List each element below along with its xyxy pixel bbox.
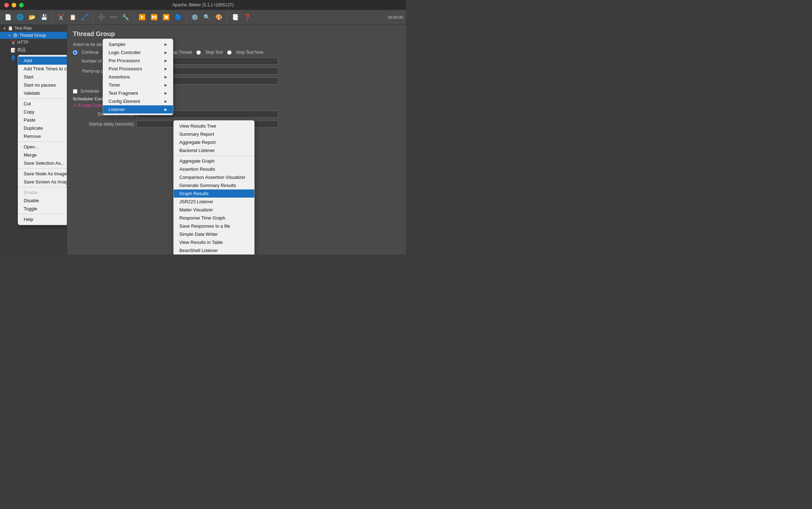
ctx-duplicate[interactable]: Duplicate ⇧⌘C: [18, 124, 67, 132]
ctx-enable: Enable: [18, 188, 67, 197]
ctx-aggregate-report[interactable]: Aggregate Report: [174, 138, 254, 146]
ctx-simple-data-writer[interactable]: Simple Data Writer: [174, 230, 254, 238]
tree-item-threadgroup[interactable]: ▼ ⚙️ Thread Group: [0, 32, 67, 39]
ctx-timer[interactable]: Timer ▶: [103, 81, 173, 89]
ctx-remove[interactable]: Remove ⌫: [18, 132, 67, 140]
ctx-start-label: Start: [24, 74, 33, 80]
ctx-save-screen-image[interactable]: Save Screen As Image ⇧⌘G: [18, 178, 67, 186]
ctx-cut[interactable]: Cut ⌘X: [18, 100, 67, 108]
ctx-graph-results[interactable]: Graph Results: [174, 189, 254, 198]
ctx-test-fragment[interactable]: Test Fragment ▶: [103, 89, 173, 97]
ctx-post-processors[interactable]: Post Processors ▶: [103, 65, 173, 73]
ctx-assertions[interactable]: Assertions ▶: [103, 73, 173, 81]
help-icon[interactable]: ❓: [242, 12, 253, 23]
ctx-response-time-graph[interactable]: Response Time Graph: [174, 214, 254, 222]
ctx-sep-2: [18, 141, 67, 142]
tree-item-testplan[interactable]: ▼ 📋 Test Plan: [0, 25, 67, 32]
ctx-disable[interactable]: Disable: [18, 197, 67, 205]
ctx-copy[interactable]: Copy ⌘C: [18, 108, 67, 116]
ctx-sampler[interactable]: Sampler ▶: [103, 40, 173, 48]
ctx-listener[interactable]: Listener ▶: [103, 105, 173, 113]
ctx-simple-data-writer-label: Simple Data Writer: [179, 232, 218, 237]
ctx-paste-label: Paste: [24, 117, 35, 123]
ctx-open[interactable]: Open...: [18, 143, 67, 151]
ctx-toggle-label: Toggle: [24, 206, 37, 211]
context-menu-1: Add ▶ Add Think Times to children Start …: [18, 55, 67, 225]
radio-stop-test-now[interactable]: [227, 50, 232, 55]
ctx-backend-listener-label: Backend Listener: [179, 148, 215, 153]
ctx-help[interactable]: Help: [18, 215, 67, 223]
maximize-button[interactable]: [19, 3, 24, 7]
toolbar-sep-1: [52, 12, 53, 23]
scheduler-checkbox[interactable]: [73, 89, 77, 94]
context-menu-2: Sampler ▶ Logic Controller ▶ Pre Process…: [103, 39, 173, 115]
paint-icon[interactable]: 🎨: [214, 12, 224, 23]
ctx-save-responses[interactable]: Save Responses to a file: [174, 222, 254, 230]
ctx-cut-label: Cut: [24, 101, 31, 106]
window-controls[interactable]: [4, 3, 24, 7]
settings-icon[interactable]: 🔧: [120, 12, 131, 23]
page-title: Thread Group: [73, 30, 400, 38]
ctx-beanshell-listener[interactable]: BeanShell Listener: [174, 246, 254, 255]
ctx-aggregate-graph[interactable]: Aggregate Graph: [174, 157, 254, 165]
paste-icon[interactable]: 🖊️: [80, 12, 90, 23]
ctx-sampler-label: Sampler: [109, 42, 126, 47]
ctx-view-results-table-label: View Results in Table: [179, 240, 223, 245]
ctx-validate[interactable]: Validate: [18, 89, 67, 97]
ctx-assertion-results[interactable]: Assertion Results: [174, 165, 254, 173]
ctx-pre-processors-arrow: ▶: [164, 59, 167, 63]
search-icon[interactable]: 🔍: [202, 12, 212, 23]
ctx-toggle[interactable]: Toggle ⌘T: [18, 205, 67, 213]
run-no-pause-icon[interactable]: ⏯️: [149, 12, 160, 23]
http-label: HTTP: [17, 40, 28, 45]
ctx-validate-label: Validate: [24, 90, 40, 96]
save-icon[interactable]: 💾: [39, 12, 50, 23]
ctx-save-selection[interactable]: Save Selection As...: [18, 159, 67, 167]
open-icon[interactable]: 📂: [27, 12, 37, 23]
new-icon[interactable]: 📄: [3, 12, 13, 23]
template-icon[interactable]: 🌐: [15, 12, 25, 23]
radio-stop-test[interactable]: [196, 50, 201, 55]
remove-icon[interactable]: ➖: [108, 12, 119, 23]
ctx-config-element[interactable]: Config Element ▶: [103, 97, 173, 105]
ctx-save-node-image[interactable]: Save Node As Image ⌘G: [18, 170, 67, 178]
ctx-generate-summary[interactable]: Generate Summary Results: [174, 181, 254, 189]
ctx-add[interactable]: Add ▶: [18, 57, 67, 65]
testplan-icon: 📋: [8, 26, 13, 31]
ctx-mailer-visualizer[interactable]: Mailer Visualizer: [174, 206, 254, 214]
ctx-start[interactable]: Start: [18, 73, 67, 81]
ctx-merge-label: Merge: [24, 152, 37, 158]
ctx-jsr223-listener-label: JSR223 Listener: [179, 199, 213, 204]
ctx-start-no-pauses[interactable]: Start no pauses: [18, 81, 67, 89]
ctx-summary-report[interactable]: Summary Report: [174, 130, 254, 138]
tools-icon[interactable]: ⚙️: [190, 12, 200, 23]
context-menu-3: View Results Tree Summary Report Aggrega…: [173, 120, 255, 255]
cut-icon[interactable]: ✂️: [56, 12, 66, 23]
ctx-graph-results-label: Graph Results: [179, 191, 209, 196]
ctx-think-times[interactable]: Add Think Times to children: [18, 65, 67, 73]
ctx-jsr223-listener[interactable]: JSR223 Listener: [174, 198, 254, 206]
ctx-logic-controller[interactable]: Logic Controller ▶: [103, 48, 173, 57]
shutdown-icon[interactable]: 🔵: [173, 12, 184, 23]
ctx-comparison-assertion[interactable]: Comparison Assertion Visualizer: [174, 173, 254, 181]
stop-icon[interactable]: ⏹️: [161, 12, 172, 23]
tree-item-http[interactable]: ✂️ HTTP: [0, 39, 67, 46]
ctx-backend-listener[interactable]: Backend Listener: [174, 146, 254, 154]
sidebar: ▼ 📋 Test Plan ▼ ⚙️ Thread Group ✂️ HTTP …: [0, 25, 67, 255]
add-icon[interactable]: ➕: [96, 12, 107, 23]
run-icon[interactable]: ▶️: [137, 12, 147, 23]
copy-icon[interactable]: 📋: [68, 12, 78, 23]
ctx-view-results-tree[interactable]: View Results Tree: [174, 122, 254, 130]
ctx-view-results-table[interactable]: View Results in Table: [174, 238, 254, 246]
radio-continue[interactable]: [73, 50, 77, 55]
ctx-pre-processors[interactable]: Pre Processors ▶: [103, 57, 173, 65]
radio-stop-test-label: Stop Test: [205, 50, 223, 55]
ctx-save-screen-image-label: Save Screen As Image: [24, 179, 67, 185]
ctx-paste[interactable]: Paste ⌘V: [18, 116, 67, 124]
minimize-button[interactable]: [12, 3, 16, 7]
ctx-test-fragment-arrow: ▶: [164, 91, 167, 95]
log-icon[interactable]: 📑: [230, 12, 241, 23]
tree-item-goods[interactable]: 📝 商品: [0, 46, 67, 54]
close-button[interactable]: [4, 3, 9, 7]
ctx-merge[interactable]: Merge: [18, 151, 67, 159]
